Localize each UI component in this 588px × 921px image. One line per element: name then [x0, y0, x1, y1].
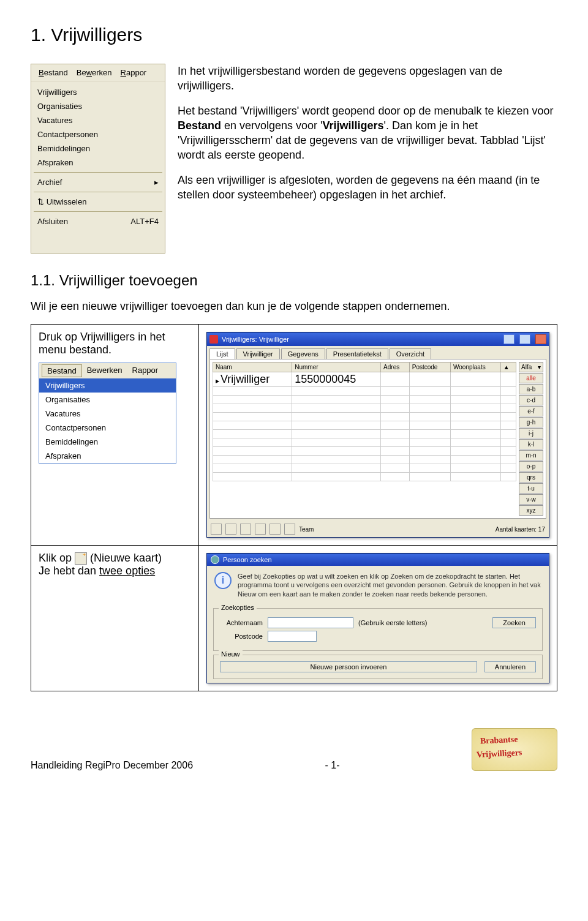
nieuwe-persoon-button[interactable]: Nieuwe persoon invoeren — [220, 661, 477, 672]
alfa-filter: Alfa▾ alle a-b c-d e-f g-h i-j k-l m-n o… — [519, 362, 543, 516]
step1-text: Druk op Vrijwilligers in het menu bestan… — [39, 331, 191, 356]
zoekopties-legend: Zoekopties — [219, 604, 257, 611]
alfa-xyz[interactable]: xyz — [519, 505, 543, 516]
archief-label: Archief — [37, 178, 62, 187]
tab-lijst[interactable]: Lijst — [209, 348, 235, 359]
chevron-right-icon: ▸ — [154, 178, 159, 187]
mini-item-vrijwilligers[interactable]: Vrijwilligers — [39, 378, 176, 393]
alfa-alle[interactable]: alle — [519, 373, 543, 383]
step2-post: Je hebt dan — [39, 565, 99, 577]
page-footer: Handleiding RegiPro December 2006 - 1- B… — [31, 728, 557, 771]
toolbar-btn3[interactable] — [240, 524, 251, 535]
dialog-title: Persoon zoeken — [223, 556, 272, 563]
zoekopties-group: Zoekopties Achternaam (Gebruik eerste le… — [213, 608, 543, 651]
alfa-ij[interactable]: i-j — [519, 428, 543, 438]
mini-bar-rappor[interactable]: Rappor — [127, 364, 164, 377]
intro-p2: Het bestand 'Vrijwilligers' wordt geopen… — [178, 103, 557, 163]
app-icon — [209, 335, 218, 344]
steps-table: Druk op Vrijwilligers in het menu bestan… — [31, 324, 557, 691]
col-naam[interactable]: Naam — [213, 363, 292, 372]
alfa-kl[interactable]: k-l — [519, 439, 543, 449]
dialog-icon — [211, 555, 219, 564]
col-adres[interactable]: Adres — [381, 363, 410, 372]
window-title: Vrijwilligers: Vrijwilliger — [222, 336, 289, 343]
col-postcode[interactable]: Postcode — [409, 363, 450, 372]
nieuw-group: Nieuw Nieuwe persoon invoeren Annuleren — [213, 655, 543, 679]
menu-item-vrijwilligers[interactable]: Vrijwilligers — [36, 85, 160, 99]
afsluiten-shortcut: ALT+F4 — [130, 217, 159, 226]
mini-item-afspraken[interactable]: Afspraken — [39, 449, 176, 463]
menu-item-contactpersonen[interactable]: Contactpersonen — [36, 127, 160, 141]
cell-naam: Vrijwilliger — [213, 372, 292, 387]
intro-p1: In het vrijwilligersbestand worden de ge… — [178, 64, 557, 94]
menu-bar-bewerken[interactable]: Bewerken — [73, 67, 116, 78]
table-row[interactable]: Vrijwilliger 1550000045 — [213, 372, 516, 387]
step2-opties: twee opties — [99, 565, 155, 577]
mini-item-vacatures[interactable]: Vacatures — [39, 407, 176, 421]
aantal-kaarten: Aantal kaarten: 17 — [496, 526, 545, 533]
chevron-down-icon: ▾ — [538, 364, 541, 370]
uitwisselen-label: Uitwisselen — [47, 197, 87, 206]
info-icon: i — [214, 572, 232, 589]
menu-item-archief[interactable]: Archief ▸ — [36, 175, 160, 189]
mini-item-organisaties[interactable]: Organisaties — [39, 393, 176, 407]
step2-right: Persoon zoeken i Geef bij Zoekopties op … — [199, 546, 557, 691]
toolbar-new-card-icon[interactable] — [211, 524, 222, 535]
alfa-ab[interactable]: a-b — [519, 384, 543, 394]
mini-menu-screenshot: Bestand Bewerken Rappor Vrijwilligers Or… — [39, 363, 176, 464]
menu-bar-bestand[interactable]: Bestand — [35, 67, 72, 78]
toolbar-btn2[interactable] — [225, 524, 236, 535]
alfa-qrs[interactable]: qrs — [519, 472, 543, 483]
tab-vrijwilliger[interactable]: Vrijwilliger — [236, 348, 280, 359]
toolbar-btn5[interactable] — [270, 524, 281, 535]
menu-item-organisaties[interactable]: Organisaties — [36, 99, 160, 113]
col-woonplaats[interactable]: Woonplaats — [451, 363, 501, 372]
menu-item-afspraken[interactable]: Afspraken — [36, 156, 160, 170]
menu-screenshot: Bestand Bewerken Rappor Vrijwilligers Or… — [31, 64, 165, 254]
menu-item-vacatures[interactable]: Vacatures — [36, 113, 160, 127]
sub-heading: 1.1. Vrijwilliger toevoegen — [31, 272, 557, 289]
achternaam-input[interactable] — [268, 617, 353, 628]
page-heading: 1. Vrijwilligers — [31, 24, 557, 45]
alfa-header[interactable]: Alfa▾ — [519, 362, 543, 372]
postcode-label: Postcode — [220, 633, 263, 640]
maximize-button[interactable] — [519, 334, 530, 344]
menu-item-bemiddelingen[interactable]: Bemiddelingen — [36, 141, 160, 156]
mini-item-contactpersonen[interactable]: Contactpersonen — [39, 421, 176, 435]
menu-item-afsluiten[interactable]: Afsluiten ALT+F4 — [36, 214, 160, 228]
mini-bar-bewerken[interactable]: Bewerken — [82, 364, 127, 377]
toolbar-team-label: Team — [299, 526, 314, 533]
alfa-cd[interactable]: c-d — [519, 395, 543, 405]
annuleren-button[interactable]: Annuleren — [484, 661, 536, 672]
mini-bar-bestand[interactable]: Bestand — [42, 364, 82, 377]
step1-left: Druk op Vrijwilligers in het menu bestan… — [31, 325, 199, 546]
alfa-ef[interactable]: e-f — [519, 406, 543, 416]
sub-intro: Wil je een nieuwe vrijwilliger toevoegen… — [31, 300, 557, 313]
achternaam-label: Achternaam — [220, 619, 263, 626]
col-sort-icon[interactable]: ▲ — [500, 363, 516, 372]
alfa-vw[interactable]: v-w — [519, 494, 543, 505]
close-button[interactable] — [535, 334, 546, 344]
menu-item-uitwisselen[interactable]: ⇅ Uitwisselen — [36, 195, 160, 209]
hint-text: (Gebruik eerste letters) — [358, 619, 488, 626]
menu-bar-rappor[interactable]: Rappor — [117, 67, 151, 78]
tab-gegevens[interactable]: Gegevens — [281, 348, 325, 359]
zoeken-button[interactable]: Zoeken — [492, 617, 536, 628]
step2-mid: (Nieuwe kaart) — [90, 552, 162, 564]
col-nummer[interactable]: Nummer — [292, 363, 381, 372]
intro-text: In het vrijwilligersbestand worden de ge… — [178, 64, 557, 254]
grid: Naam Nummer Adres Postcode Woonplaats ▲ … — [213, 362, 516, 516]
tab-overzicht[interactable]: Overzicht — [390, 348, 431, 359]
mini-item-bemiddelingen[interactable]: Bemiddelingen — [39, 435, 176, 449]
minimize-button[interactable] — [503, 334, 514, 344]
alfa-gh[interactable]: g-h — [519, 417, 543, 427]
toolbar-team-icon[interactable] — [284, 524, 295, 535]
alfa-mn[interactable]: m-n — [519, 450, 543, 460]
postcode-input[interactable] — [268, 631, 317, 642]
alfa-op[interactable]: o-p — [519, 461, 543, 472]
toolbar-btn4[interactable] — [255, 524, 266, 535]
afsluiten-label: Afsluiten — [37, 217, 68, 226]
tab-presentatietekst[interactable]: Presentatietekst — [326, 348, 388, 359]
footer-left: Handleiding RegiPro December 2006 — [31, 760, 193, 771]
alfa-tu[interactable]: t-u — [519, 483, 543, 494]
